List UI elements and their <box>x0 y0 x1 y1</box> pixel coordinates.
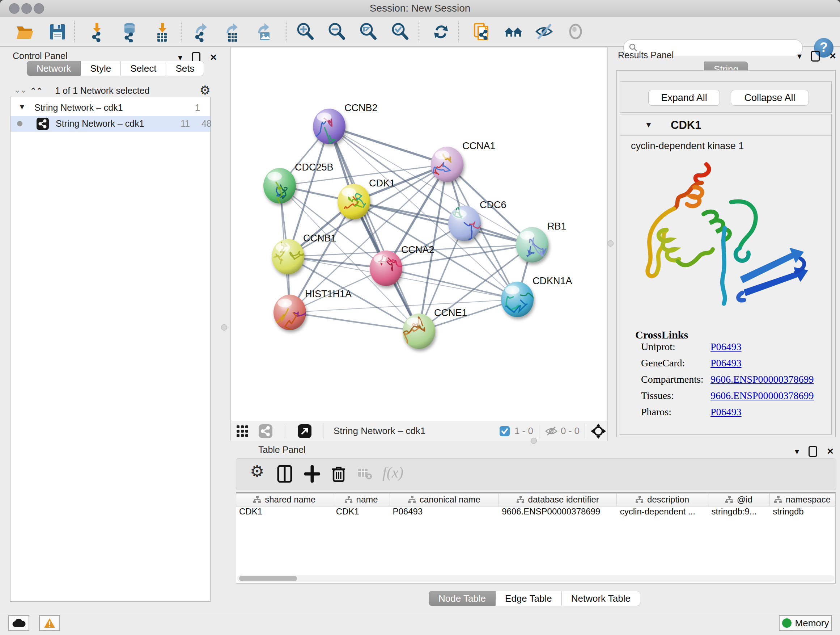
hidden-eye-icon <box>545 426 558 438</box>
crosslink-link[interactable]: P06493 <box>711 341 742 353</box>
tab-style[interactable]: Style <box>81 61 121 76</box>
close-panel-icon[interactable]: ✕ <box>827 447 834 456</box>
scrollbar-thumb[interactable] <box>239 576 297 581</box>
column-header-canonical-name[interactable]: canonical name <box>390 494 499 506</box>
graph-node-label: RB1 <box>547 221 567 232</box>
hide-selected-icon[interactable] <box>534 21 554 42</box>
birdseye-crosshair-icon[interactable] <box>591 423 606 440</box>
table-row[interactable]: CDK1CDK1P064939606.ENSP00000378699cyclin… <box>236 507 835 519</box>
float-panel-icon[interactable] <box>811 51 820 62</box>
graph-node-RB1[interactable]: RB1 <box>516 221 567 263</box>
disclosure-triangle-icon[interactable]: ▼ <box>645 120 653 130</box>
cloud-status-button[interactable] <box>8 615 29 631</box>
graph-node-CDK1[interactable]: CDK1 <box>338 178 395 219</box>
table-cell[interactable]: stringdb <box>770 507 835 519</box>
column-header-name[interactable]: name <box>333 494 390 506</box>
network-label: String Network – cdk1 <box>56 119 144 129</box>
tab-network[interactable]: Network <box>27 61 81 76</box>
zoom-out-icon[interactable] <box>326 21 347 42</box>
refresh-icon[interactable] <box>431 21 452 42</box>
show-columns-icon[interactable] <box>277 465 295 483</box>
protein-structure-image <box>633 158 818 317</box>
network-options-gear-icon[interactable]: ⚙ <box>200 84 210 96</box>
network-row-selected[interactable]: String Network – cdk1 11 48 <box>11 116 210 132</box>
export-network-icon[interactable] <box>191 21 212 42</box>
edge-count: 48 <box>202 119 212 129</box>
export-table-icon[interactable] <box>221 21 242 42</box>
collapse-all-button[interactable]: Collapse All <box>731 90 809 106</box>
graph-node-CCNA1[interactable]: CCNA1 <box>429 141 495 182</box>
crosslink-link[interactable]: P06493 <box>711 357 742 369</box>
network-view-toolbar: String Network – cdk1 1 - 0 0 - 0 <box>231 421 607 441</box>
tab-edge-table[interactable]: Edge Table <box>496 591 562 606</box>
table-cell[interactable]: cyclin-dependent ... <box>617 507 709 519</box>
column-header-label: description <box>647 494 689 505</box>
tab-network-table[interactable]: Network Table <box>562 591 640 606</box>
table-cell[interactable]: 9606.ENSP00000378699 <box>499 507 617 519</box>
node-table[interactable]: shared namenamecanonical namedatabase id… <box>236 492 836 584</box>
birdseye-grid-icon[interactable] <box>236 424 249 439</box>
save-session-icon[interactable] <box>47 21 68 42</box>
table-cell[interactable]: P06493 <box>390 507 499 519</box>
column-header-shared-name[interactable]: shared name <box>236 494 333 506</box>
bottom-splitter-handle[interactable] <box>531 438 537 444</box>
left-splitter-handle[interactable] <box>221 325 227 331</box>
tab-sets[interactable]: Sets <box>166 61 204 76</box>
column-header-label: database identifier <box>528 494 599 505</box>
collapse-panel-icon[interactable]: ▾ <box>797 52 802 60</box>
expand-all-button[interactable]: Expand All <box>648 90 720 106</box>
function-builder-icon[interactable]: f(x) <box>382 464 401 482</box>
table-cell[interactable]: stringdb:9... <box>708 507 770 519</box>
column-header-description[interactable]: description <box>617 494 708 506</box>
column-header-label: canonical name <box>420 494 480 505</box>
column-header-namespace[interactable]: namespace <box>770 494 835 506</box>
column-header--id[interactable]: @id <box>708 494 770 506</box>
import-network-icon[interactable] <box>88 21 109 42</box>
zoom-selected-icon[interactable] <box>390 21 411 42</box>
table-cell[interactable]: CDK1 <box>236 507 333 519</box>
selected-checkbox-icon[interactable] <box>499 426 510 438</box>
control-panel-title: Control Panel <box>13 51 67 61</box>
network-canvas[interactable]: CCNB2 CCNA1 CDC25B CDK1 CDC6 RB1 CCNB1 <box>231 48 607 421</box>
column-header-database-identifier[interactable]: database identifier <box>499 494 617 506</box>
disclosure-triangle-icon[interactable]: ▼ <box>19 103 26 111</box>
create-column-plus-icon[interactable] <box>304 465 322 483</box>
zoom-in-icon[interactable] <box>295 21 316 42</box>
right-splitter-handle[interactable] <box>607 241 614 247</box>
memory-button[interactable]: Memory <box>779 615 832 631</box>
network-collection-row[interactable]: ▼ String Network – cdk1 1 <box>11 100 210 116</box>
new-network-from-selection-icon[interactable] <box>471 21 492 42</box>
export-image-icon[interactable] <box>253 21 274 42</box>
import-database-icon[interactable] <box>119 21 141 42</box>
delete-table-icon[interactable] <box>358 468 376 486</box>
graph-node-HIST1H1A[interactable]: HIST1H1A <box>269 288 352 337</box>
float-panel-icon[interactable] <box>808 446 817 457</box>
memory-status-dot <box>782 618 791 628</box>
column-header-label: shared name <box>265 494 316 505</box>
tab-node-table[interactable]: Node Table <box>429 591 496 606</box>
import-table-icon[interactable] <box>152 21 172 42</box>
network-share-view-icon[interactable] <box>258 424 273 440</box>
collapse-panel-icon[interactable]: ▾ <box>795 447 799 456</box>
horizontal-scrollbar[interactable] <box>237 575 835 582</box>
close-panel-icon[interactable]: ✕ <box>210 53 217 62</box>
zoom-fit-icon[interactable] <box>358 21 379 42</box>
show-all-icon[interactable] <box>565 21 586 42</box>
crosslink-link[interactable]: P06493 <box>711 406 742 418</box>
warning-status-button[interactable] <box>39 615 60 631</box>
open-file-icon[interactable] <box>14 21 35 42</box>
graph-node-CDC6[interactable]: CDC6 <box>448 200 507 241</box>
delete-column-trash-icon[interactable] <box>331 465 349 483</box>
crosslink-link[interactable]: 9606.ENSP00000378699 <box>711 390 813 402</box>
crosslink-row: Tissues: 9606.ENSP00000378699 <box>635 390 688 406</box>
protein-card-header[interactable]: ▼ CDK1 <box>620 114 831 136</box>
table-cell[interactable]: CDK1 <box>333 507 390 519</box>
close-panel-icon[interactable]: ✕ <box>829 52 836 60</box>
table-options-gear-icon[interactable]: ⚙ <box>250 465 268 483</box>
crosslink-link[interactable]: 9606.ENSP00000378699 <box>711 374 813 385</box>
graph-node-CDKN1A[interactable]: CDKN1A <box>501 276 572 317</box>
graph-node-CCNB1[interactable]: CCNB1 <box>272 233 336 274</box>
open-in-new-window-icon[interactable] <box>297 424 312 440</box>
tab-select[interactable]: Select <box>121 61 166 76</box>
two-houses-icon[interactable] <box>503 21 524 42</box>
